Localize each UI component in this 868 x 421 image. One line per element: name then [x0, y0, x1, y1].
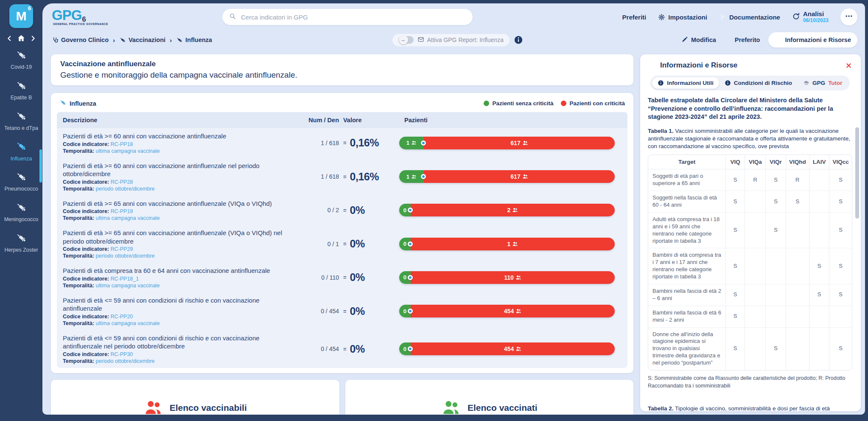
- info-panel: Informazioni e Risorse Informazioni Util…: [640, 54, 861, 411]
- elenco-vaccinabili-card[interactable]: Elenco vaccinabili: [51, 380, 339, 415]
- nav-forward-icon[interactable]: [29, 35, 36, 42]
- syringe-icon: [1, 110, 42, 123]
- vaccine-cell: [745, 284, 766, 306]
- patients-bar[interactable]: 1617: [399, 170, 615, 183]
- patients-bar-red[interactable]: 617: [424, 137, 615, 149]
- indicator-row: Pazienti di età >= 60 anni con vaccinazi…: [57, 128, 627, 158]
- vaccine-cell: [829, 306, 852, 327]
- temporality-label: Temporalità:: [63, 358, 94, 364]
- vaccine-cell: S: [786, 191, 809, 213]
- indicator-code[interactable]: RC-PP19: [111, 208, 133, 214]
- patients-bar[interactable]: 0110: [399, 271, 615, 284]
- patients-bar[interactable]: 0454: [399, 342, 615, 355]
- col-descrizione: Descrizione: [63, 117, 288, 123]
- vaccine-cell: [745, 248, 766, 284]
- equals-sign: =: [343, 174, 347, 180]
- gpg-report-toggle[interactable]: –: [398, 36, 413, 44]
- informazioni-risorse-button[interactable]: Informazioni e Risorse: [768, 32, 857, 48]
- app-logo-badge: 6: [28, 5, 31, 11]
- app-logo-icon[interactable]: M 6: [9, 4, 33, 28]
- sidebar-scrollbar[interactable]: [39, 149, 42, 182]
- breadcrumb-influenza[interactable]: Influenza: [176, 36, 212, 43]
- patients-bar-red[interactable]: 454: [411, 305, 615, 317]
- vaccine-cell: [809, 212, 829, 248]
- sidebar-item-tetano-e-dtpa[interactable]: Tetano e dTpa: [1, 110, 42, 132]
- code-label: Codice indicatore:: [63, 208, 109, 214]
- content-area: GPG6 GENERAL PRACTICE GOVERNANCE Preferi…: [42, 3, 865, 415]
- indicator-temporality: ultima campagna vaccinale: [96, 283, 160, 289]
- percentage-value: 0%: [350, 204, 365, 216]
- green-count: 1: [406, 174, 410, 180]
- gpg-report-toggle-label: Attiva GPG Report: Influenza: [417, 36, 504, 44]
- code-label: Codice indicatore:: [63, 351, 109, 357]
- syringe-icon: [119, 36, 126, 43]
- sidebar-item-meningococco[interactable]: Meningococco: [1, 202, 42, 223]
- modifica-button[interactable]: Modifica: [681, 36, 716, 44]
- preferiti-button[interactable]: Preferiti: [612, 14, 647, 21]
- close-icon[interactable]: [845, 62, 852, 69]
- legend-dot: [561, 101, 566, 106]
- tabella2-caption: Tabella 2. Tipologie di vaccino, sommini…: [648, 405, 852, 411]
- preferito-button[interactable]: Preferito: [725, 36, 760, 44]
- indicator-code[interactable]: RC-PP18_1: [111, 276, 139, 282]
- bar-marker-dot: [408, 346, 413, 351]
- patients-bar-green[interactable]: 1: [399, 137, 424, 149]
- bar-marker-dot: [421, 174, 426, 179]
- home-icon[interactable]: [17, 34, 25, 42]
- people-icon: [411, 174, 417, 180]
- indicator-code[interactable]: RC-PP20: [111, 314, 133, 320]
- info-panel-header: Informazioni e Risorse: [648, 60, 852, 70]
- sidebar-item-pneumococco[interactable]: Pneumococco: [1, 171, 42, 192]
- documentazione-button[interactable]: Documentazione: [719, 14, 780, 21]
- patients-bar[interactable]: 02: [399, 204, 615, 216]
- info-panel-scrollbar[interactable]: [855, 127, 859, 219]
- patients-bar-red[interactable]: 110: [411, 271, 615, 284]
- indicator-code[interactable]: RC-PP30: [111, 351, 133, 357]
- code-label: Codice indicatore:: [63, 141, 109, 147]
- equals-sign: =: [343, 207, 347, 213]
- patients-bar-red[interactable]: 454: [411, 342, 615, 355]
- report-info-icon[interactable]: [514, 35, 523, 45]
- sidebar-item-influenza[interactable]: Influenza: [1, 140, 42, 162]
- people-icon: [515, 275, 521, 281]
- patients-bar-red[interactable]: 617: [424, 170, 615, 183]
- search-input[interactable]: [240, 13, 466, 21]
- indicators-table: Descrizione Num / Den Valore Pazienti Pa…: [57, 112, 627, 368]
- book-icon: [648, 60, 656, 70]
- more-options-button[interactable]: [840, 8, 857, 25]
- patients-bar-red[interactable]: 1: [411, 238, 615, 250]
- indicator-code[interactable]: RC-PP18: [111, 141, 133, 147]
- syringe-icon: [1, 232, 42, 245]
- vaccine-cell: [766, 284, 786, 306]
- analisi-button[interactable]: Analisi 06/10/2023: [792, 11, 829, 23]
- tab-condizioni-di-rischio[interactable]: Condizioni di Rischio: [719, 77, 798, 89]
- patients-bar-red[interactable]: 2: [411, 204, 615, 216]
- gpg-logo[interactable]: GPG6 GENERAL PRACTICE GOVERNANCE: [52, 8, 192, 26]
- breadcrumb-vaccinazioni[interactable]: Vaccinazioni: [119, 36, 165, 43]
- patients-bar[interactable]: 0454: [399, 305, 615, 317]
- indicator-code[interactable]: RC-PP28: [111, 179, 133, 185]
- envelope-icon: [417, 36, 424, 44]
- sidebar-item-herpes-zoster[interactable]: Herpes Zoster: [1, 232, 42, 253]
- patients-bar[interactable]: 01: [399, 238, 615, 250]
- num-den-value: 1 / 618: [292, 173, 339, 180]
- vaccine-cell: [786, 327, 809, 370]
- tab-gpgtutor[interactable]: GPGTutor: [798, 77, 848, 89]
- impostazioni-button[interactable]: Impostazioni: [658, 14, 707, 21]
- breadcrumb-governo-clinico[interactable]: Governo Clinico: [52, 36, 109, 43]
- patients-bar-green[interactable]: 1: [399, 170, 424, 183]
- tab-informazioni-utili[interactable]: Informazioni Utili: [652, 77, 719, 89]
- indicators-card: Influenza Pazienti senza criticitàPazien…: [51, 93, 633, 373]
- sidebar-item-epatite-b[interactable]: Epatite B: [1, 80, 42, 101]
- search-bar[interactable]: [222, 9, 473, 25]
- page-body: Vaccinazione antinfluenzale Gestione e m…: [42, 49, 865, 415]
- syringe-icon: [176, 36, 183, 43]
- nav-back-icon[interactable]: [6, 35, 13, 42]
- list-cards-row: Elenco vaccinabiliElenco vaccinati: [51, 380, 633, 415]
- sidebar-item-covid-19[interactable]: Covid-19: [1, 49, 42, 70]
- elenco-vaccinati-card[interactable]: Elenco vaccinati: [345, 380, 634, 415]
- patients-bar[interactable]: 1617: [399, 137, 615, 149]
- green-count: 0: [403, 207, 407, 213]
- bar-marker-dot: [421, 140, 426, 146]
- indicator-code[interactable]: RC-PP29: [111, 246, 133, 252]
